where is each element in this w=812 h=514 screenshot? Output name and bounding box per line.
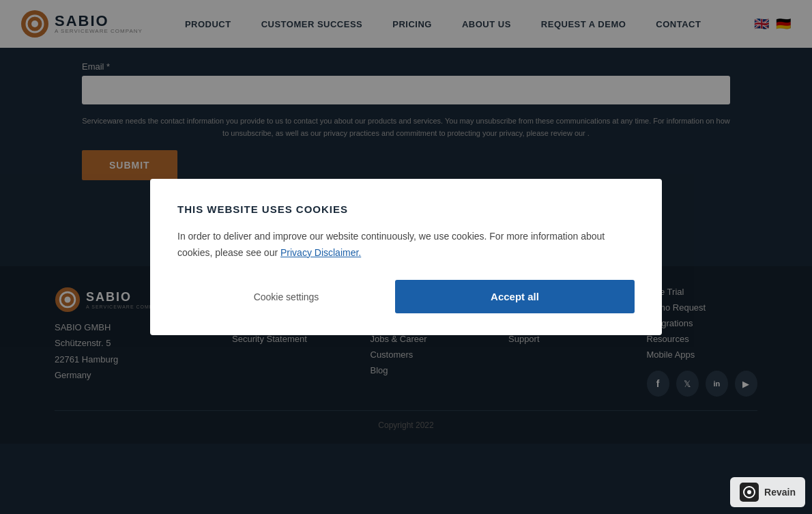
- cookie-overlay: THIS WEBSITE USES COOKIES In order to de…: [0, 0, 812, 514]
- cookie-modal: THIS WEBSITE USES COOKIES In order to de…: [150, 179, 662, 336]
- svg-point-8: [747, 490, 751, 494]
- cookie-settings-button[interactable]: Cookie settings: [177, 282, 395, 312]
- revain-widget[interactable]: Revain: [730, 477, 805, 507]
- cookie-body: In order to deliver and improve our webs…: [177, 229, 635, 261]
- cookie-title: THIS WEBSITE USES COOKIES: [177, 203, 635, 215]
- cookie-actions: Cookie settings Accept all: [177, 280, 635, 313]
- privacy-disclaimer-link[interactable]: Privacy Disclaimer.: [280, 247, 361, 258]
- cookie-accept-button[interactable]: Accept all: [395, 280, 635, 313]
- revain-label: Revain: [764, 487, 796, 498]
- revain-icon: [740, 483, 759, 502]
